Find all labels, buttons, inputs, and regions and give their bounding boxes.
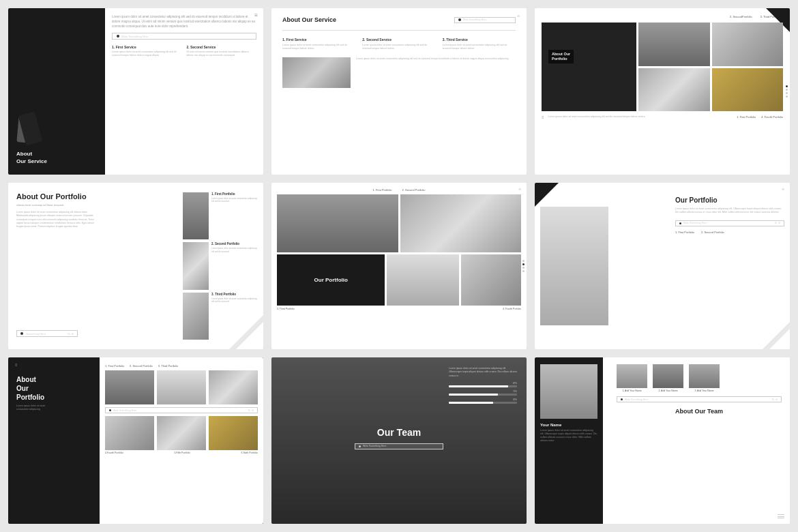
- slide8-title: Our Team: [377, 427, 421, 438]
- slide6-white-tri: [769, 329, 790, 349]
- slide9-dot: [621, 398, 623, 400]
- slide6-black-tri: [535, 183, 559, 207]
- slide8-bars: 87% 72%: [449, 382, 517, 404]
- slide4-p2-text: Lorem ipsum dolor sit amet consectetur a…: [211, 247, 258, 252]
- slide3-menu-icon: ≡: [542, 115, 544, 119]
- slide1-title: About Our Service: [16, 151, 97, 165]
- slide9-title: About Our Team: [617, 408, 782, 415]
- slide1-service-2: 2. Second Service Ut enim ad minim venia…: [186, 45, 256, 57]
- slide8-right-content: Lorem ipsum dolor sit amet consectetur a…: [449, 367, 517, 404]
- slide-about-team: Your Name Lorem ipsum dolor sit amet con…: [535, 357, 790, 524]
- slide1-right: ≡ Lorem ipsum dolor sit amet consectetur…: [105, 8, 263, 175]
- slide7-thumb-4: [105, 416, 154, 450]
- slide2-bottom-text: Lorem ipsum dolor sit amet consectetur a…: [356, 57, 509, 61]
- slide9-right: 1. Add Your Name 2. Add Your Name 3. Add…: [617, 364, 782, 415]
- slide4-dot: [20, 332, 23, 335]
- slide4-p1-text: Lorem ipsum dolor sit amet consectetur a…: [211, 197, 258, 203]
- slide4-num-2: 4t: [72, 332, 74, 336]
- slide5-bottom-labels: 3. Third Portfolio 4. Fourth Porfolio: [277, 308, 521, 310]
- slide2-service-1: 1. First Service Lorem ipsum dolor sit a…: [282, 38, 355, 51]
- slide7-thumb-3: [209, 370, 258, 404]
- slide2-s2-label: 2. Second Service: [362, 38, 435, 42]
- slide5-label-4: 4. Fourth Porfolio: [503, 308, 521, 310]
- slide6-input[interactable]: Write Something Here 7k 4t: [675, 220, 784, 226]
- slide6-menu-icon: ≡: [782, 187, 784, 192]
- slide7-thumb-5: [157, 416, 206, 450]
- slide2-bottom: Lorem ipsum dolor sit amet consectetur a…: [282, 57, 516, 88]
- slide9-member-2: 2. Add Your Name: [653, 364, 683, 392]
- slide5-our-portfolio-box: Our Portfolio: [277, 254, 385, 306]
- slide1-service2-label: 2. Second Service: [186, 45, 256, 49]
- slide7-input-label: Write Something Here: [113, 409, 246, 412]
- slide2-divider: [282, 30, 516, 31]
- slide2-menu-icon: ≡: [517, 14, 520, 18]
- slide-our-portfolio-5: ≡ 1. First Portfolio 2. Second Portfolio…: [271, 183, 527, 349]
- slide9-member2-img: [653, 364, 683, 388]
- slide8-right-text: Lorem ipsum dolor sit amet consectetur a…: [449, 367, 517, 378]
- slide9-member1-name: 1. Add Your Name: [617, 389, 647, 392]
- slide2-service-3: 3. Third Service Lorem ipsum dolor sit a…: [443, 38, 516, 51]
- slide4-portfolios: 1. First Portfolio Lorem ipsum dolor sit…: [183, 192, 258, 340]
- slide7-thumb-1: [105, 370, 154, 404]
- dot-1: [786, 85, 788, 87]
- slide9-person-img: [540, 364, 597, 419]
- slide5-bottom-grid: Our Portfolio: [277, 254, 521, 306]
- slide7-top-thumbs: [105, 370, 258, 404]
- dot-3: [786, 92, 788, 94]
- slide3-overlay-text: About OurPortfolio: [548, 50, 574, 63]
- slide-about-portfolio-7: ≡ About Our Portfolio Lorem ipsum dolor …: [8, 357, 263, 524]
- slide9-nums: 7k 4t: [771, 398, 778, 401]
- slide9-person-desc: Lorem ipsum dolor sit amet consectetur a…: [540, 429, 597, 443]
- slide2-services: 1. First Service Lorem ipsum dolor sit a…: [282, 38, 516, 51]
- slide9-team-members: 1. Add Your Name 2. Add Your Name 3. Add…: [617, 364, 782, 392]
- slide-about-portfolio-4: About Our Portfolio classis taciti socio…: [8, 183, 263, 349]
- slide2-s2-text: Lorem ipsum dolor sit amet consectetur a…: [362, 44, 435, 51]
- slide3-arch-img: [638, 68, 709, 112]
- slide6-main-img: [540, 207, 608, 325]
- slide3-bottom-labels: 1. First Portfolio 4. Fourth Portfolio: [737, 115, 783, 119]
- slide9-member2-name: 2. Add Your Name: [653, 389, 683, 392]
- slide1-lorem: Lorem ipsum dolor sit amet consectetur a…: [112, 15, 256, 29]
- slide-about-service-2: About Our Service Write Something Here 1…: [271, 8, 527, 175]
- slide9-person-name: Your Name: [540, 423, 597, 427]
- slide4-portfolio-1: 1. First Portfolio Lorem ipsum dolor sit…: [183, 192, 258, 239]
- slide9-input[interactable]: Write Something Here 7k 4t: [617, 396, 782, 402]
- slide5-img-3: [387, 254, 459, 306]
- slide1-black-panel: About Our Service: [8, 8, 105, 175]
- slide5-dots: [522, 260, 524, 272]
- slide4-num-1: 7k: [67, 332, 70, 336]
- slide5-top-labels: 1. First Portfolio 2. Second Portfolio: [277, 188, 521, 192]
- slide6-input-label: Write Something Here: [683, 222, 772, 224]
- slide7-label-3: 3. Third Portfolio: [158, 364, 178, 368]
- dot-2: [786, 89, 788, 91]
- slide3-top-labels: 2. SecondPortfolio 3. Third Portfolio: [542, 15, 783, 18]
- slide7-bl-2: 5.Fifth Portfolio: [174, 452, 190, 454]
- slide4-input[interactable]: Something Here 7k 4t: [16, 330, 78, 337]
- slide7-label-1: 1. First Portfolio: [105, 364, 124, 368]
- slide6-nums: 7k 4t: [774, 222, 780, 224]
- slide4-lorem: Lorem ipsum dolor sit amet consectetur a…: [16, 211, 98, 228]
- slide3-img-5: [712, 68, 783, 112]
- slide9-left: Your Name Lorem ipsum dolor sit amet con…: [535, 357, 603, 524]
- slide5-dot-1: [522, 260, 524, 262]
- slide5-label-3: 3. Third Portfolio: [277, 308, 295, 310]
- slide4-info-2: 2. Second Portfolio Lorem ipsum dolor si…: [211, 242, 258, 252]
- slide9-member3-img: [689, 364, 720, 388]
- slide2-s3-label: 3. Third Service: [443, 38, 516, 42]
- slide8-bar-2: 72%: [449, 390, 517, 396]
- slide3-img-3: [712, 23, 783, 66]
- slide7-menu-icon: ≡: [15, 363, 18, 367]
- slide1-input[interactable]: Write Something Here: [112, 33, 256, 40]
- slide8-input[interactable]: Write Something Here: [355, 443, 443, 449]
- slide4-p1-label: 1. First Portfolio: [211, 192, 258, 196]
- slide-our-team: Our Team Write Something Here Lorem ipsu…: [271, 357, 527, 524]
- slide4-input-label: Something Here: [26, 332, 64, 336]
- slide4-p3-label: 3. Third Portfolio: [211, 293, 258, 296]
- slide5-label-1: 1. First Portfolio: [373, 188, 392, 192]
- slide2-input[interactable]: Write Something Here: [454, 17, 516, 23]
- slide-about-service-1: About Our Service ≡ Lorem ipsum dolor si…: [8, 8, 263, 175]
- slide3-phone-img: [542, 23, 636, 111]
- dot-4: [786, 95, 788, 98]
- slide9-menu-icon: [778, 514, 784, 518]
- slide7-input[interactable]: Write Something Here 7k 4t: [105, 407, 258, 413]
